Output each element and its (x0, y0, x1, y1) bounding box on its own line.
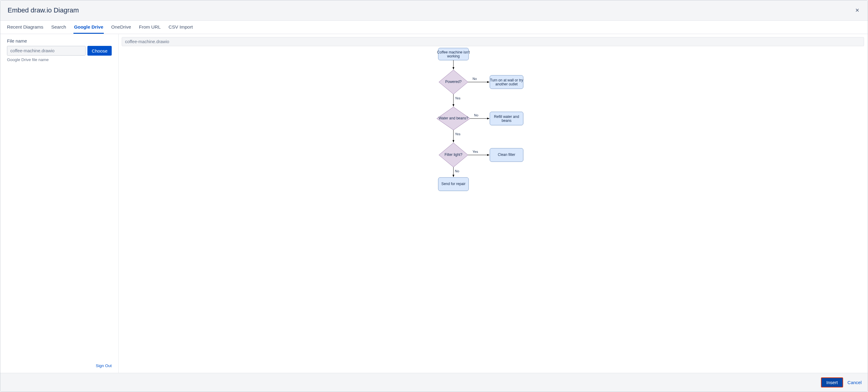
dialog-header: Embed draw.io Diagram × (0, 0, 868, 21)
dialog-footer: Insert Cancel (0, 373, 868, 392)
preview-filename: coffee-machine.drawio (122, 37, 864, 46)
water-yes-label: Yes (455, 132, 460, 136)
choose-button[interactable]: Choose (87, 46, 112, 56)
repair-label: Send for repair (441, 182, 465, 186)
helper-text: Google Drive file name (7, 57, 112, 62)
tab-recent-diagrams[interactable]: Recent Diagrams (6, 21, 44, 34)
clean-filter-label: Clean filter (498, 152, 515, 157)
embed-dialog: Embed draw.io Diagram × Recent Diagrams … (0, 0, 868, 392)
dialog-title: Embed draw.io Diagram (8, 6, 79, 14)
turn-on-line1: Turn on at wall or try (490, 78, 523, 82)
powered-label: Powered? (445, 80, 462, 84)
sidebar: File name Choose Google Drive file name … (0, 34, 119, 373)
flowchart-diagram: Coffee machine isn't working Powered? No… (429, 46, 557, 198)
filter-no-label: No (455, 169, 459, 173)
sidebar-spacer (7, 62, 112, 363)
file-row: Choose (7, 46, 112, 56)
insert-button[interactable]: Insert (821, 377, 843, 387)
filter-yes-label: Yes (472, 150, 478, 153)
preview-canvas: Coffee machine isn't working Powered? No… (122, 46, 864, 373)
tab-from-url[interactable]: From URL (138, 21, 161, 34)
start-text-line1: Coffee machine isn't (437, 50, 470, 54)
turn-on-line2: another outlet (495, 82, 518, 86)
filter-label: Filter light? (445, 152, 463, 157)
tab-onedrive[interactable]: OneDrive (111, 21, 131, 34)
refill-line2: beans (502, 118, 512, 123)
powered-yes-label: Yes (455, 96, 460, 100)
tab-google-drive[interactable]: Google Drive (73, 21, 104, 34)
water-no-label: No (474, 113, 478, 117)
powered-no-label: No (472, 77, 477, 81)
tab-search[interactable]: Search (51, 21, 67, 34)
file-name-label: File name (7, 38, 112, 44)
tabs-bar: Recent Diagrams Search Google Drive OneD… (0, 21, 868, 34)
tab-csv-import[interactable]: CSV Import (168, 21, 193, 34)
start-text-line2: working (447, 54, 460, 58)
cancel-link[interactable]: Cancel (847, 380, 862, 385)
refill-line1: Refill water and (494, 115, 519, 119)
water-label: Water and beans? (439, 116, 468, 120)
sign-out-link[interactable]: Sign Out (7, 363, 112, 370)
close-icon[interactable]: × (854, 6, 860, 15)
file-name-input[interactable] (7, 46, 86, 56)
preview-pane: coffee-machine.drawio Coffee machine isn… (119, 34, 868, 373)
dialog-body: File name Choose Google Drive file name … (0, 34, 868, 373)
